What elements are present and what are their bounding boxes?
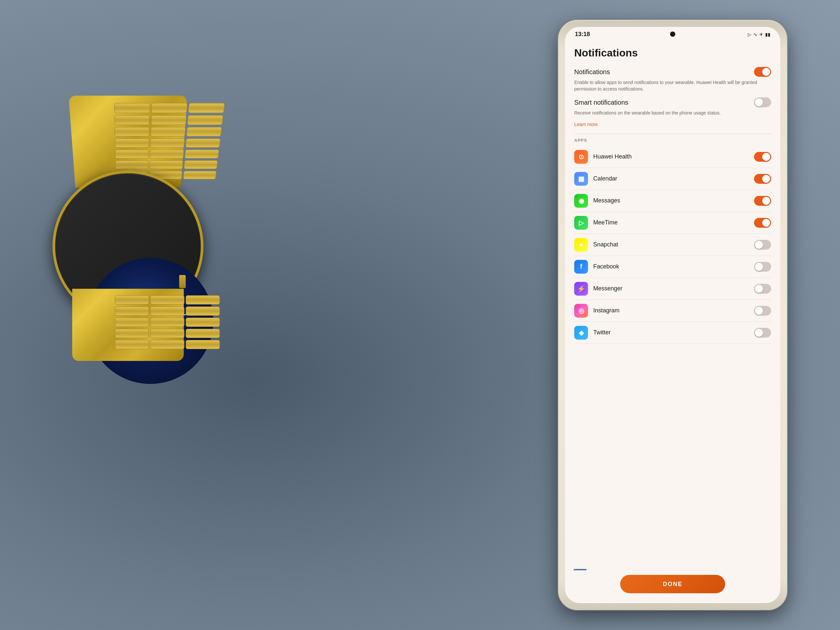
smart-notifications-toggle[interactable] xyxy=(754,98,771,107)
app-row: ◈Twitter xyxy=(574,322,771,344)
notifications-toggle[interactable] xyxy=(754,67,771,77)
app-left: ●Snapchat xyxy=(574,238,618,252)
app-name: Messages xyxy=(593,197,620,204)
app-name: MeeTime xyxy=(593,219,617,226)
app-left: ◎Instagram xyxy=(574,304,619,317)
app-toggle-meetime[interactable] xyxy=(754,218,771,228)
app-toggle-instagram[interactable] xyxy=(754,306,771,316)
app-icon-huawei-health: ⊙ xyxy=(574,150,588,164)
app-name: Instagram xyxy=(593,307,619,314)
app-icon-messages: ◉ xyxy=(574,194,588,208)
app-left: ▷MeeTime xyxy=(574,216,617,230)
notifications-desc: Enable to allow apps to send notificatio… xyxy=(574,79,771,92)
learn-more-link[interactable]: Learn more xyxy=(574,122,771,127)
app-row: ▷MeeTime xyxy=(574,212,771,234)
watch-band-bottom xyxy=(72,289,184,361)
app-left: ◈Twitter xyxy=(574,326,611,339)
notifications-label: Notifications xyxy=(574,68,610,76)
app-icon-meetime: ▷ xyxy=(574,216,588,230)
signal-icon: ✈ xyxy=(759,32,763,37)
app-left: ▦Calendar xyxy=(574,172,617,186)
watch: MIN H HUAWEI WATCH Ultimate xyxy=(33,98,230,361)
status-time: 13:18 xyxy=(575,31,590,38)
phone-body: 13:18 ▷ ∿ ✈ ▮▮ Notifications Notificatio… xyxy=(558,20,788,610)
app-name: Messenger xyxy=(593,285,622,292)
done-button[interactable]: DONE xyxy=(620,575,725,593)
phone: 13:18 ▷ ∿ ✈ ▮▮ Notifications Notificatio… xyxy=(558,20,788,610)
app-toggle-twitter[interactable] xyxy=(754,328,771,338)
app-icon-calendar: ▦ xyxy=(574,172,588,186)
screen-content: Notifications Notifications Enable to al… xyxy=(565,40,780,600)
watch-band-links-bottom xyxy=(115,295,220,351)
smart-notifications-desc: Receive notifications on the wearable ba… xyxy=(574,110,771,117)
page-title: Notifications xyxy=(574,47,771,59)
notifications-row: Notifications xyxy=(574,67,771,77)
app-icon-messenger: ⚡ xyxy=(574,282,588,296)
status-icons: ▷ ∿ ✈ ▮▮ xyxy=(748,32,771,37)
app-toggle-facebook[interactable] xyxy=(754,262,771,272)
scroll-indicator xyxy=(573,569,587,570)
app-left: fFacebook xyxy=(574,260,619,274)
app-row: fFacebook xyxy=(574,256,771,278)
app-list: ⊙Huawei Health▦Calendar◉Messages▷MeeTime… xyxy=(574,146,771,344)
app-icon-snapchat: ● xyxy=(574,238,588,252)
smart-notifications-row: Smart notifications xyxy=(574,98,771,107)
app-left: ⊙Huawei Health xyxy=(574,150,632,164)
app-toggle-messenger[interactable] xyxy=(754,284,771,294)
apps-header: APPS xyxy=(574,138,771,143)
app-row: ●Snapchat xyxy=(574,234,771,256)
app-toggle-snapchat[interactable] xyxy=(754,240,771,250)
app-toggle-calendar[interactable] xyxy=(754,174,771,184)
app-name: Huawei Health xyxy=(593,153,632,160)
app-toggle-huawei-health[interactable] xyxy=(754,152,771,162)
app-icon-instagram: ◎ xyxy=(574,304,588,317)
watch-band-links-top xyxy=(114,103,225,181)
app-left: ◉Messages xyxy=(574,194,620,208)
app-left: ⚡Messenger xyxy=(574,282,622,296)
app-name: Facebook xyxy=(593,263,619,270)
app-icon-twitter: ◈ xyxy=(574,326,588,339)
app-row: ◎Instagram xyxy=(574,300,771,322)
wifi-icon: ∿ xyxy=(753,32,757,37)
bluetooth-icon: ▷ xyxy=(748,32,752,37)
app-icon-facebook: f xyxy=(574,260,588,274)
watch-crown xyxy=(179,275,186,288)
battery-icon: ▮▮ xyxy=(765,32,771,37)
app-row: ⚡Messenger xyxy=(574,278,771,300)
smart-notifications-label: Smart notifications xyxy=(574,99,628,106)
app-name: Calendar xyxy=(593,175,617,182)
divider-1 xyxy=(574,134,771,134)
camera-notch xyxy=(670,32,675,37)
app-row: ◉Messages xyxy=(574,190,771,212)
app-row: ▦Calendar xyxy=(574,168,771,190)
app-toggle-messages[interactable] xyxy=(754,196,771,206)
app-row: ⊙Huawei Health xyxy=(574,146,771,168)
phone-screen: 13:18 ▷ ∿ ✈ ▮▮ Notifications Notificatio… xyxy=(565,27,780,603)
app-name: Snapchat xyxy=(593,241,618,248)
app-name: Twitter xyxy=(593,329,611,336)
